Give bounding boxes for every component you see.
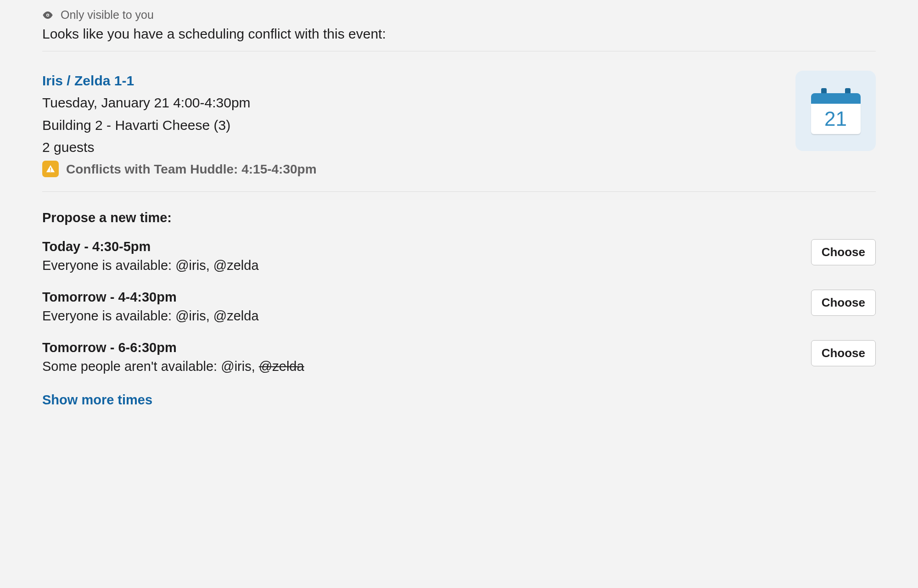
event-datetime: Tuesday, January 21 4:00-4:30pm	[42, 93, 782, 113]
person-handle: @zelda	[213, 308, 259, 323]
intro-text: Looks like you have a scheduling conflic…	[42, 26, 876, 42]
time-option: Today - 4:30-5pmEveryone is available: @…	[42, 239, 876, 273]
time-option-availability: Everyone is available: @iris, @zelda	[42, 308, 797, 324]
time-option: Tomorrow - 4-4:30pmEveryone is available…	[42, 290, 876, 324]
ephemeral-message: Only visible to you Looks like you have …	[0, 0, 918, 426]
event-title-link[interactable]: Iris / Zelda 1-1	[42, 73, 134, 88]
calendar-day: 21	[811, 104, 861, 134]
event-block: Iris / Zelda 1-1 Tuesday, January 21 4:0…	[42, 51, 876, 191]
calendar-icon: 21	[811, 88, 861, 134]
choose-button[interactable]: Choose	[811, 340, 876, 366]
person-handle: @iris	[175, 308, 206, 323]
time-option-title: Tomorrow - 4-4:30pm	[42, 290, 797, 305]
conflict-text: Conflicts with Team Huddle: 4:15-4:30pm	[66, 160, 317, 179]
eye-icon	[42, 10, 53, 21]
ephemeral-label: Only visible to you	[61, 8, 154, 22]
time-option-text: Tomorrow - 6-6:30pmSome people aren't av…	[42, 340, 797, 374]
time-option-title: Today - 4:30-5pm	[42, 239, 797, 254]
person-handle: @zelda	[213, 258, 259, 273]
event-location: Building 2 - Havarti Cheese (3)	[42, 115, 782, 135]
person-handle: @iris	[175, 258, 206, 273]
availability-prefix: Some people aren't available:	[42, 359, 221, 374]
calendar-thumb: 21	[795, 71, 876, 151]
svg-rect-2	[50, 168, 51, 170]
time-option-text: Today - 4:30-5pmEveryone is available: @…	[42, 239, 797, 273]
time-option-availability: Some people aren't available: @iris, @ze…	[42, 359, 797, 374]
divider	[42, 191, 876, 192]
availability-prefix: Everyone is available:	[42, 308, 175, 323]
choose-button[interactable]: Choose	[811, 290, 876, 316]
event-guests: 2 guests	[42, 137, 782, 157]
svg-rect-3	[50, 171, 51, 172]
time-option-text: Tomorrow - 4-4:30pmEveryone is available…	[42, 290, 797, 324]
warning-icon	[42, 161, 59, 177]
svg-point-1	[47, 14, 48, 16]
time-option: Tomorrow - 6-6:30pmSome people aren't av…	[42, 340, 876, 374]
event-info: Iris / Zelda 1-1 Tuesday, January 21 4:0…	[42, 71, 782, 191]
choose-button[interactable]: Choose	[811, 239, 876, 265]
availability-prefix: Everyone is available:	[42, 258, 175, 273]
time-option-availability: Everyone is available: @iris, @zelda	[42, 258, 797, 273]
person-handle: @zelda	[259, 359, 304, 374]
ephemeral-indicator: Only visible to you	[42, 8, 876, 22]
show-more-times-link[interactable]: Show more times	[42, 392, 152, 408]
propose-label: Propose a new time:	[42, 210, 876, 225]
conflict-row: Conflicts with Team Huddle: 4:15-4:30pm	[42, 160, 782, 179]
time-option-title: Tomorrow - 6-6:30pm	[42, 340, 797, 355]
person-handle: @iris	[221, 359, 251, 374]
